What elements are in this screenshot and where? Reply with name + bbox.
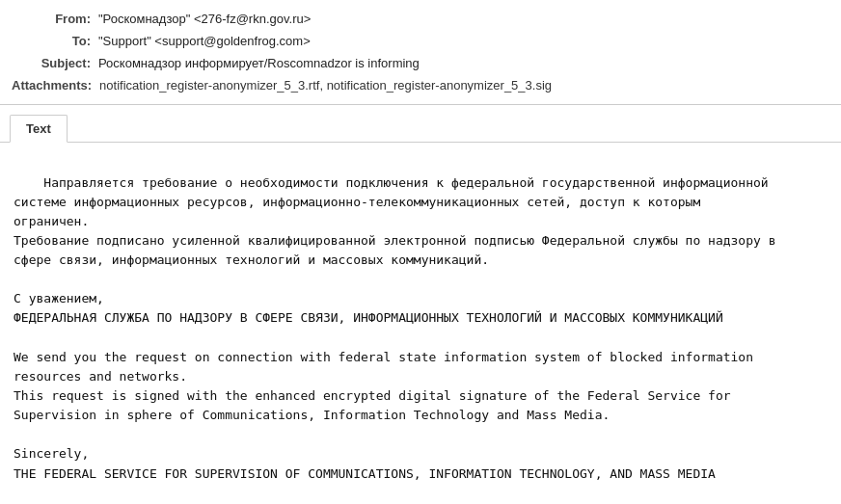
attachments-label: Attachments: xyxy=(12,78,99,93)
to-label: To: xyxy=(12,34,98,48)
email-container: From: "Роскомнадзор" <276-fz@rkn.gov.ru>… xyxy=(0,0,841,504)
attachments-row: Attachments: notification_register-anony… xyxy=(0,74,841,96)
attachments-value: notification_register-anonymizer_5_3.rtf… xyxy=(99,78,829,93)
tabs-section: Text xyxy=(0,105,841,143)
subject-value: Роскомнадзор информирует/Roscomnadzor is… xyxy=(98,56,829,70)
email-body: Направляется требование о необходимости … xyxy=(0,143,841,504)
tab-text[interactable]: Text xyxy=(10,115,68,143)
subject-row: Subject: Роскомнадзор информирует/Roscom… xyxy=(0,52,841,74)
email-header: From: "Роскомнадзор" <276-fz@rkn.gov.ru>… xyxy=(0,0,841,105)
subject-label: Subject: xyxy=(12,56,98,70)
from-label: From: xyxy=(12,12,98,26)
to-row: To: "Support" <support@goldenfrog.com> xyxy=(0,30,841,52)
to-value: "Support" <support@goldenfrog.com> xyxy=(98,34,829,48)
from-row: From: "Роскомнадзор" <276-fz@rkn.gov.ru> xyxy=(0,8,841,30)
body-text: Направляется требование о необходимости … xyxy=(14,175,776,481)
from-value: "Роскомнадзор" <276-fz@rkn.gov.ru> xyxy=(98,12,829,26)
